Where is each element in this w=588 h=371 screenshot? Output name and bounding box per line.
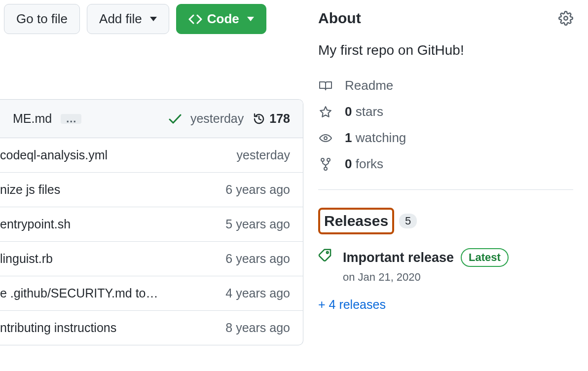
svg-point-6 (327, 252, 329, 254)
forks-label: forks (352, 156, 383, 171)
eye-icon (318, 133, 333, 143)
watching-label: watching (352, 130, 406, 145)
releases-heading[interactable]: Releases 5 (318, 208, 417, 234)
releases-count: 5 (399, 214, 417, 228)
go-to-file-button[interactable]: Go to file (4, 4, 80, 34)
caret-down-icon (150, 17, 157, 21)
gear-icon[interactable] (558, 11, 573, 26)
more-releases-link[interactable]: + 4 releases (318, 297, 573, 312)
tag-icon (318, 248, 333, 263)
commit-history-link[interactable]: 178 (253, 111, 290, 126)
add-file-label: Add file (99, 11, 142, 27)
file-row[interactable]: entrypoint.sh5 years ago (0, 207, 303, 242)
latest-release-link[interactable]: Important release Latest on Jan 21, 2020 (318, 248, 573, 284)
about-heading: About (318, 10, 361, 27)
repo-description: My first repo on GitHub! (318, 42, 573, 58)
svg-point-0 (564, 16, 568, 20)
file-list-header: ME.md … yesterday 178 (0, 100, 303, 138)
fork-icon (318, 157, 333, 171)
code-icon (188, 14, 202, 24)
file-list: ME.md … yesterday 178 codeql-analysis.ym… (0, 99, 303, 345)
book-icon (318, 80, 333, 92)
release-name: Important release (343, 250, 454, 265)
sidebar: About My first repo on GitHub! Readme 0 … (303, 0, 588, 371)
forks-link[interactable]: 0 forks (318, 156, 573, 172)
code-button[interactable]: Code (176, 4, 266, 34)
svg-point-2 (324, 137, 327, 140)
readme-label: Readme (345, 78, 393, 93)
file-row[interactable]: e .github/SECURITY.md to…4 years ago (0, 276, 303, 311)
watching-link[interactable]: 1 watching (318, 130, 573, 146)
history-icon (253, 112, 265, 125)
releases-title: Releases (324, 213, 388, 229)
file-row[interactable]: codeql-analysis.ymlyesterday (0, 138, 303, 173)
releases-highlight: Releases (318, 208, 394, 234)
code-label: Code (207, 11, 239, 27)
latest-badge: Latest (461, 248, 509, 267)
watching-count: 1 (345, 130, 352, 145)
svg-marker-1 (320, 107, 331, 117)
file-row[interactable]: nize js files6 years ago (0, 173, 303, 207)
ellipsis-icon[interactable]: … (61, 114, 81, 124)
repo-toolbar: Go to file Add file Code (0, 4, 303, 45)
forks-count: 0 (345, 156, 352, 171)
release-date: on Jan 21, 2020 (343, 271, 509, 284)
file-row[interactable]: linguist.rb6 years ago (0, 242, 303, 276)
divider (318, 189, 573, 190)
stars-label: stars (352, 104, 383, 119)
file-row[interactable]: ntributing instructions8 years ago (0, 311, 303, 345)
stars-link[interactable]: 0 stars (318, 104, 573, 119)
caret-down-icon (247, 17, 254, 21)
stars-count: 0 (345, 104, 352, 119)
check-icon[interactable] (169, 113, 182, 124)
latest-commit-time: yesterday (190, 111, 244, 126)
readme-link[interactable]: Readme (318, 78, 573, 93)
go-to-file-label: Go to file (16, 11, 68, 27)
commit-count: 178 (269, 111, 290, 126)
star-icon (318, 106, 333, 118)
add-file-button[interactable]: Add file (87, 4, 169, 34)
latest-commit-file[interactable]: ME.md (13, 111, 52, 126)
